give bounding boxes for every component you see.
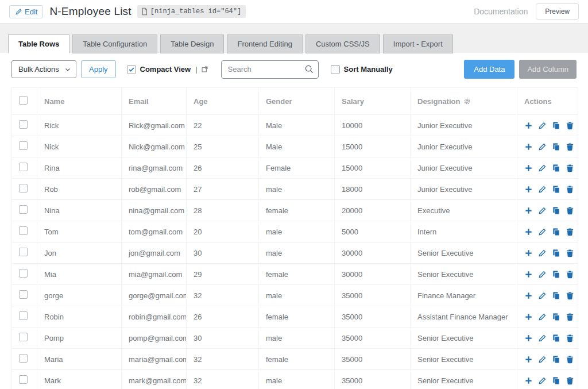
add-row-icon[interactable] (524, 249, 533, 257)
add-row-icon[interactable] (524, 228, 533, 236)
bulk-actions-select[interactable]: Bulk Actions (11, 60, 76, 78)
check-icon (128, 66, 135, 73)
delete-row-icon[interactable] (566, 291, 574, 300)
add-data-button[interactable]: Add Data (464, 60, 514, 79)
cell-age: 32 (187, 285, 259, 306)
duplicate-row-icon[interactable] (552, 270, 560, 279)
delete-row-icon[interactable] (566, 313, 574, 321)
column-header-gender[interactable]: Gender (259, 88, 335, 115)
duplicate-row-icon[interactable] (552, 334, 560, 342)
edit-title-button[interactable]: Edit (9, 5, 43, 18)
column-header-name[interactable]: Name (37, 88, 122, 115)
tab-table-configuration[interactable]: Table Configuration (72, 34, 157, 53)
edit-row-icon[interactable] (538, 334, 547, 342)
delete-row-icon[interactable] (566, 228, 574, 236)
row-checkbox[interactable] (19, 120, 28, 129)
tab-custom-css-js[interactable]: Custom CSS/JS (305, 34, 380, 53)
column-header-salary[interactable]: Salary (335, 88, 411, 115)
shortcode-chip[interactable]: [ninja_tables id="64"] (137, 5, 246, 18)
add-row-icon[interactable] (524, 270, 533, 279)
tab-frontend-editing[interactable]: Frontend Editing (227, 34, 302, 53)
tab-table-design[interactable]: Table Design (160, 34, 224, 53)
add-row-icon[interactable] (524, 291, 533, 300)
duplicate-row-icon[interactable] (552, 313, 560, 321)
gear-icon[interactable] (463, 98, 471, 105)
cell-salary: 35000 (335, 285, 411, 306)
edit-row-icon[interactable] (538, 164, 547, 172)
column-header-age[interactable]: Age (187, 88, 259, 115)
edit-row-icon[interactable] (538, 291, 547, 300)
apply-button[interactable]: Apply (81, 60, 116, 78)
edit-row-icon[interactable] (538, 206, 547, 215)
row-checkbox-cell (12, 242, 37, 264)
edit-row-icon[interactable] (538, 249, 547, 257)
add-row-icon[interactable] (524, 121, 533, 130)
column-header-email[interactable]: Email (122, 88, 187, 115)
duplicate-row-icon[interactable] (552, 376, 560, 385)
delete-row-icon[interactable] (566, 206, 574, 215)
employee-table-wrap: Name Email Age Gender Salary Designation (11, 87, 578, 389)
delete-row-icon[interactable] (566, 334, 574, 342)
duplicate-row-icon[interactable] (552, 228, 560, 236)
delete-row-icon[interactable] (566, 355, 574, 364)
cell-actions (517, 179, 578, 200)
select-all-checkbox[interactable] (19, 96, 28, 105)
add-row-icon[interactable] (524, 164, 533, 172)
duplicate-row-icon[interactable] (552, 249, 560, 257)
add-column-button[interactable]: Add Column (519, 60, 577, 79)
add-row-icon[interactable] (524, 334, 533, 342)
duplicate-row-icon[interactable] (552, 185, 560, 194)
sort-manually-checkbox[interactable] (331, 65, 340, 74)
tab-table-rows[interactable]: Table Rows (8, 34, 69, 53)
tab-import-export[interactable]: Import - Export (383, 34, 453, 53)
edit-row-icon[interactable] (538, 185, 547, 194)
duplicate-row-icon[interactable] (552, 142, 560, 151)
add-row-icon[interactable] (524, 313, 533, 321)
row-checkbox[interactable] (19, 205, 28, 214)
duplicate-row-icon[interactable] (552, 121, 560, 130)
edit-row-icon[interactable] (538, 142, 547, 151)
compact-view-checkbox[interactable] (127, 65, 136, 74)
add-row-icon[interactable] (524, 355, 533, 364)
row-checkbox[interactable] (19, 333, 28, 341)
cell-salary: 20000 (335, 200, 411, 221)
add-row-icon[interactable] (524, 142, 533, 151)
edit-row-icon[interactable] (538, 228, 547, 236)
add-row-icon[interactable] (524, 376, 533, 385)
add-row-icon[interactable] (524, 206, 533, 215)
cell-email: tom@gmail.com (122, 221, 187, 242)
edit-row-icon[interactable] (538, 121, 547, 130)
external-link-icon[interactable] (201, 66, 208, 73)
table-row: Nick Nick@gmail.com 25 Male 15000 Junior… (12, 136, 578, 157)
row-checkbox[interactable] (19, 184, 28, 192)
add-row-icon[interactable] (524, 185, 533, 194)
edit-row-icon[interactable] (538, 270, 547, 279)
delete-row-icon[interactable] (566, 270, 574, 279)
row-checkbox[interactable] (19, 375, 28, 384)
documentation-link[interactable]: Documentation (474, 7, 528, 16)
duplicate-row-icon[interactable] (552, 164, 560, 172)
duplicate-row-icon[interactable] (552, 355, 560, 364)
duplicate-row-icon[interactable] (552, 291, 560, 300)
delete-row-icon[interactable] (566, 249, 574, 257)
row-checkbox[interactable] (19, 248, 28, 256)
duplicate-row-icon[interactable] (552, 206, 560, 215)
delete-row-icon[interactable] (566, 185, 574, 194)
edit-row-icon[interactable] (538, 313, 547, 321)
row-checkbox[interactable] (19, 290, 28, 299)
delete-row-icon[interactable] (566, 376, 574, 385)
cell-name: Mark (37, 370, 122, 389)
row-checkbox[interactable] (19, 269, 28, 278)
delete-row-icon[interactable] (566, 142, 574, 151)
delete-row-icon[interactable] (566, 164, 574, 172)
row-checkbox[interactable] (19, 226, 28, 235)
row-checkbox[interactable] (19, 163, 28, 171)
preview-button[interactable]: Preview (536, 3, 579, 20)
row-checkbox[interactable] (19, 311, 28, 320)
row-checkbox[interactable] (19, 354, 28, 363)
edit-row-icon[interactable] (538, 355, 547, 364)
column-header-designation[interactable]: Designation (411, 88, 517, 115)
edit-row-icon[interactable] (538, 376, 547, 385)
row-checkbox[interactable] (19, 141, 28, 150)
delete-row-icon[interactable] (566, 121, 574, 130)
